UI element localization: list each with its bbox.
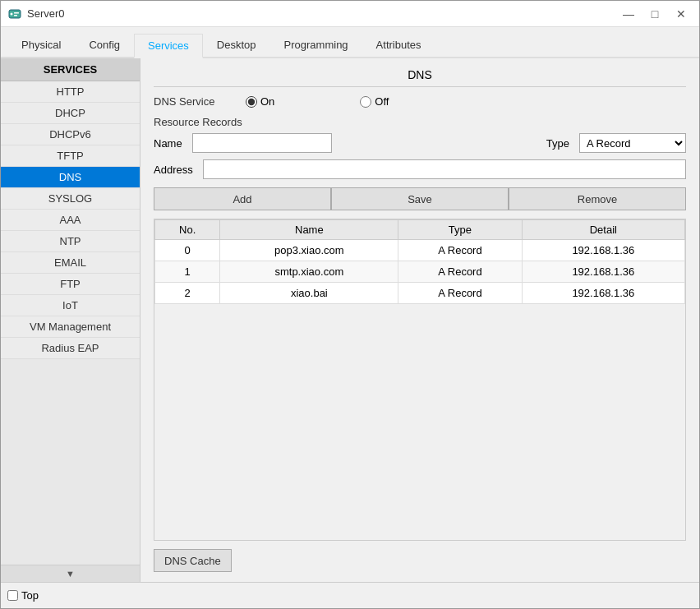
sidebar-item-email[interactable]: EMAIL xyxy=(1,252,140,274)
footer-bar: Top xyxy=(1,582,699,608)
action-buttons: Add Save Remove xyxy=(154,187,686,210)
sidebar-item-http[interactable]: HTTP xyxy=(1,81,140,103)
table-row[interactable]: 0pop3.xiao.comA Record192.168.1.36 xyxy=(155,240,685,261)
tab-desktop[interactable]: Desktop xyxy=(203,32,270,57)
cell-detail: 192.168.1.36 xyxy=(522,261,684,283)
col-no: No. xyxy=(155,220,220,240)
cell-no: 2 xyxy=(155,283,220,304)
dns-on-label: On xyxy=(260,95,274,108)
close-button[interactable]: ✕ xyxy=(670,5,693,23)
cell-detail: 192.168.1.36 xyxy=(522,283,684,304)
sidebar-item-dhcp[interactable]: DHCP xyxy=(1,103,140,124)
save-button[interactable]: Save xyxy=(331,187,509,210)
top-checkbox-label[interactable]: Top xyxy=(7,589,39,602)
remove-button[interactable]: Remove xyxy=(509,187,686,210)
dns-service-row: DNS Service On Off xyxy=(154,95,686,108)
dns-cache-button[interactable]: DNS Cache xyxy=(154,549,232,572)
sidebar-item-ftp[interactable]: FTP xyxy=(1,274,140,295)
cell-type: A Record xyxy=(398,283,522,304)
sidebar-item-aaa[interactable]: AAA xyxy=(1,210,140,231)
sidebar: SERVICES HTTP DHCP DHCPv6 TFTP DNS SYSLO… xyxy=(1,58,140,582)
sidebar-item-dns[interactable]: DNS xyxy=(1,167,140,188)
svg-rect-2 xyxy=(14,12,19,14)
records-table: No. Name Type Detail 0pop3.xiao.comA Rec… xyxy=(154,219,685,304)
type-label: Type xyxy=(546,137,569,150)
dns-on-option[interactable]: On xyxy=(246,95,274,108)
app-icon xyxy=(7,7,22,21)
type-select[interactable]: A Record AAAA Record CNAME Record MX Rec… xyxy=(579,133,686,153)
title-bar: Server0 — □ ✕ xyxy=(1,1,699,27)
tab-services[interactable]: Services xyxy=(134,34,203,58)
dns-cache-row: DNS Cache xyxy=(154,549,686,572)
tab-config[interactable]: Config xyxy=(75,32,134,57)
top-label: Top xyxy=(21,589,39,602)
dns-off-label: Off xyxy=(375,95,389,108)
name-type-row: Name Type A Record AAAA Record CNAME Rec… xyxy=(154,133,686,153)
tab-physical[interactable]: Physical xyxy=(7,32,75,57)
resource-records-label: Resource Records xyxy=(154,116,686,128)
cell-type: A Record xyxy=(398,240,522,261)
sidebar-item-vm[interactable]: VM Management xyxy=(1,316,140,338)
dns-off-radio[interactable] xyxy=(360,96,371,108)
sidebar-item-ntp[interactable]: NTP xyxy=(1,231,140,252)
sidebar-header: SERVICES xyxy=(1,58,140,81)
tab-attributes[interactable]: Attributes xyxy=(362,32,435,57)
sidebar-item-syslog[interactable]: SYSLOG xyxy=(1,188,140,210)
sidebar-scroll-down-button[interactable]: ▼ xyxy=(1,565,140,582)
col-name: Name xyxy=(220,220,398,240)
sidebar-scroll: HTTP DHCP DHCPv6 TFTP DNS SYSLOG AAA NTP… xyxy=(1,81,140,565)
add-button[interactable]: Add xyxy=(154,187,331,210)
cell-name: xiao.bai xyxy=(220,283,398,304)
records-table-container: No. Name Type Detail 0pop3.xiao.comA Rec… xyxy=(154,219,686,541)
title-bar-controls: — □ ✕ xyxy=(617,5,693,23)
cell-no: 1 xyxy=(155,261,220,283)
address-label: Address xyxy=(154,164,193,176)
tab-bar: Physical Config Services Desktop Program… xyxy=(1,27,699,58)
maximize-button[interactable]: □ xyxy=(643,5,666,23)
content-area: DNS DNS Service On Off Resource Records xyxy=(140,58,699,582)
dns-on-radio[interactable] xyxy=(246,96,257,108)
sidebar-item-tftp[interactable]: TFTP xyxy=(1,145,140,167)
name-label: Name xyxy=(154,137,182,150)
col-detail: Detail xyxy=(522,220,684,240)
cell-type: A Record xyxy=(398,261,522,283)
dns-service-radio-group: On Off xyxy=(246,95,389,108)
dns-service-label: DNS Service xyxy=(154,95,236,108)
address-input[interactable] xyxy=(203,159,686,179)
svg-rect-3 xyxy=(14,15,17,16)
minimize-button[interactable]: — xyxy=(617,5,640,23)
sidebar-item-dhcpv6[interactable]: DHCPv6 xyxy=(1,124,140,145)
window-title: Server0 xyxy=(27,7,65,20)
sidebar-item-radius[interactable]: Radius EAP xyxy=(1,338,140,359)
table-row[interactable]: 2xiao.baiA Record192.168.1.36 xyxy=(155,283,685,304)
col-type: Type xyxy=(398,220,522,240)
cell-detail: 192.168.1.36 xyxy=(522,240,684,261)
cell-name: smtp.xiao.com xyxy=(220,261,398,283)
table-row[interactable]: 1smtp.xiao.comA Record192.168.1.36 xyxy=(155,261,685,283)
dns-section-title: DNS xyxy=(154,68,686,87)
name-input[interactable] xyxy=(192,133,332,153)
title-bar-left: Server0 xyxy=(7,7,65,21)
cell-no: 0 xyxy=(155,240,220,261)
tab-programming[interactable]: Programming xyxy=(270,32,362,57)
table-header-row: No. Name Type Detail xyxy=(155,220,685,240)
sidebar-item-iot[interactable]: IoT xyxy=(1,295,140,316)
main-content: SERVICES HTTP DHCP DHCPv6 TFTP DNS SYSLO… xyxy=(1,58,699,582)
address-row: Address xyxy=(154,159,686,179)
svg-point-1 xyxy=(11,12,13,15)
main-window: Server0 — □ ✕ Physical Config Services D… xyxy=(0,0,700,609)
top-checkbox[interactable] xyxy=(7,590,18,601)
cell-name: pop3.xiao.com xyxy=(220,240,398,261)
dns-off-option[interactable]: Off xyxy=(360,95,389,108)
